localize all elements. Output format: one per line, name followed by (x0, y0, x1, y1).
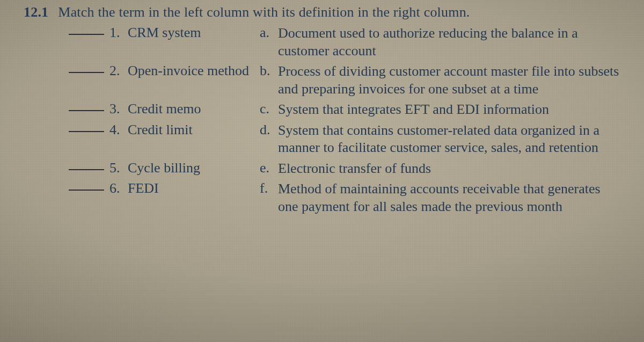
term-cell: 1. CRM system (24, 25, 260, 41)
definition-letter: b. (260, 63, 278, 79)
term-number: 3. (109, 101, 128, 117)
match-row: 5. Cycle billing e. Electronic transfer … (24, 160, 623, 178)
term-number: 6. (109, 180, 128, 197)
term-text: Open-invoice method (128, 63, 249, 79)
term-number: 2. (109, 63, 128, 79)
term-cell: 3. Credit memo (24, 101, 260, 117)
answer-blank[interactable] (69, 34, 104, 35)
page: 12.1Match the term in the left column wi… (0, 0, 644, 342)
definition-text: Process of dividing customer account mas… (278, 63, 623, 98)
answer-blank[interactable] (69, 190, 104, 191)
instruction-text: Match the term in the left column with i… (58, 4, 470, 20)
term-number: 5. (109, 160, 128, 176)
definition-cell: d. System that contains customer-related… (260, 122, 623, 157)
term-text: Cycle billing (128, 160, 200, 176)
answer-blank[interactable] (69, 72, 104, 73)
term-text: CRM system (128, 25, 201, 41)
term-cell: 4. Credit limit (24, 122, 260, 138)
match-row: 1. CRM system a. Document used to author… (24, 25, 623, 60)
answer-blank[interactable] (69, 110, 104, 111)
definition-cell: f. Method of maintaining accounts receiv… (260, 180, 623, 215)
definition-cell: b. Process of dividing customer account … (260, 63, 623, 98)
definition-text: Method of maintaining accounts receivabl… (278, 180, 623, 215)
match-row: 6. FEDI f. Method of maintaining account… (24, 180, 623, 215)
definition-text: Electronic transfer of funds (278, 160, 431, 178)
answer-blank[interactable] (69, 169, 104, 170)
definition-text: System that contains customer-related da… (278, 122, 623, 157)
definition-cell: c. System that integrates EFT and EDI in… (260, 101, 623, 119)
term-number: 1. (109, 25, 128, 41)
definition-cell: a. Document used to authorize reducing t… (260, 25, 623, 60)
definition-text: Document used to authorize reducing the … (278, 25, 623, 60)
match-row: 3. Credit memo c. System that integrates… (24, 101, 623, 119)
definition-letter: d. (260, 122, 278, 138)
term-cell: 5. Cycle billing (24, 160, 260, 176)
match-row: 2. Open-invoice method b. Process of div… (24, 63, 623, 98)
definition-letter: c. (260, 101, 278, 117)
question-number: 12.1 (24, 4, 48, 20)
definition-letter: f. (260, 180, 278, 197)
term-text: FEDI (128, 180, 159, 197)
term-number: 4. (109, 122, 128, 138)
definition-letter: e. (260, 160, 278, 176)
match-row: 4. Credit limit d. System that contains … (24, 122, 623, 157)
term-text: Credit memo (128, 101, 201, 117)
term-text: Credit limit (128, 122, 193, 138)
definition-letter: a. (260, 25, 278, 41)
term-cell: 6. FEDI (24, 180, 260, 197)
answer-blank[interactable] (69, 131, 104, 132)
definition-text: System that integrates EFT and EDI infor… (278, 101, 549, 119)
instruction-line: 12.1Match the term in the left column wi… (24, 4, 623, 20)
definition-cell: e. Electronic transfer of funds (260, 160, 623, 178)
term-cell: 2. Open-invoice method (24, 63, 260, 79)
